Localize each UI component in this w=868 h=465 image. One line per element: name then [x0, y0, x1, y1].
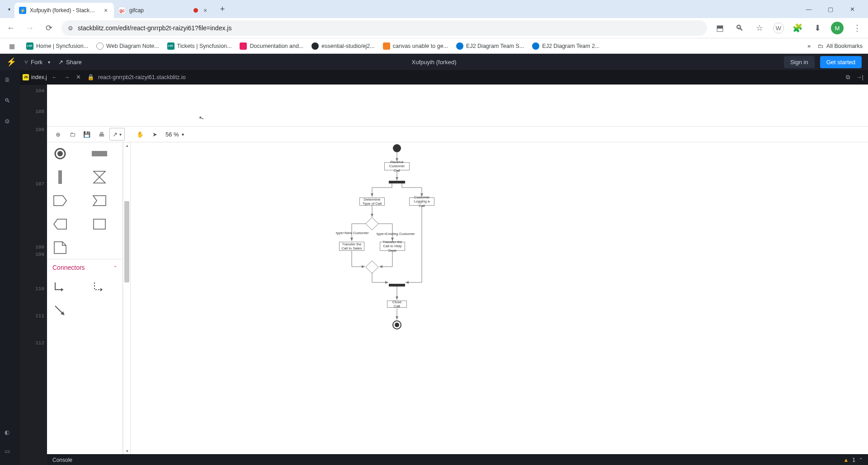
tab-search-dropdown[interactable]: ▾	[4, 7, 14, 12]
forward-button[interactable]: →	[24, 22, 36, 34]
preview-forward-button[interactable]: →	[64, 74, 70, 80]
bookmark-item[interactable]: canvas unable to ge...	[383, 42, 448, 50]
explorer-icon[interactable]: 🗎	[5, 76, 15, 87]
site-info-icon[interactable]: ⚙	[68, 25, 73, 32]
shape-send-signal[interactable]	[52, 194, 68, 207]
close-window-button[interactable]: ✕	[845, 2, 859, 16]
shape-note[interactable]	[52, 241, 68, 254]
fork-button[interactable]: ⑂Fork▾	[24, 59, 50, 66]
zoom-value: 56 %	[165, 131, 179, 138]
panel-icon[interactable]: ▭	[5, 448, 15, 459]
bookmark-item[interactable]: EJ2 Diagram Team 2...	[532, 42, 599, 50]
bookmark-label: Tickets | Syncfusion...	[177, 43, 232, 49]
export-button[interactable]: ↗▾	[109, 128, 125, 141]
collapse-panel-icon[interactable]: →|	[856, 74, 863, 80]
pan-tool-button[interactable]: ✋	[134, 128, 146, 141]
console-bar[interactable]: Console ▲ 1 ⌃	[47, 454, 868, 465]
install-app-icon[interactable]: ⬒	[713, 22, 726, 34]
browser-tab-inactive[interactable]: gc gifcap ×	[114, 3, 213, 18]
downloads-icon[interactable]: ⬇	[811, 22, 824, 34]
search-icon[interactable]: 🔍︎	[5, 97, 15, 108]
close-icon[interactable]: ×	[202, 7, 209, 14]
new-diagram-button[interactable]: ⊕	[52, 128, 64, 141]
stackblitz-logo-icon[interactable]: ⚡	[6, 57, 16, 67]
reload-button[interactable]: ⟳	[42, 22, 55, 34]
extensions-puzzle-icon[interactable]: 🧩	[791, 22, 804, 34]
zoom-dropdown[interactable]: 56 %▾	[165, 131, 184, 138]
shape-accept-event[interactable]	[52, 217, 68, 231]
stackblitz-header: ⚡ ⑂Fork▾ ↗Share Xufpuyih (forked) Sign i…	[0, 54, 868, 70]
bookmark-item[interactable]: Documentation and...	[240, 42, 303, 50]
node-determine-type[interactable]: Determine Type of Call	[359, 197, 385, 206]
connector-orthogonal[interactable]	[52, 280, 68, 294]
apps-grid-icon[interactable]: ▦	[5, 40, 18, 52]
theme-icon[interactable]: ◐	[5, 429, 15, 440]
scroll-down-arrow[interactable]: ▾	[123, 448, 131, 454]
diagram-canvas[interactable]: Receive Customer Call Determine Type of …	[131, 142, 868, 454]
node-transfer-sales[interactable]: Transfer the Call to Sales	[339, 242, 364, 251]
palette-scrollbar[interactable]: ▴ ▾	[123, 142, 130, 454]
node-close-call[interactable]: Close Call	[387, 301, 407, 308]
preview-url[interactable]: 🔒 react-gnrrpb2t-raizyi61.stackblitz.io	[87, 74, 840, 80]
connector-straight[interactable]	[52, 304, 68, 317]
pointer-tool-button[interactable]: ➤	[148, 128, 161, 141]
bookmark-label: EJ2 Diagram Team 2...	[542, 43, 599, 49]
bookmark-item[interactable]: Web Diagram Note...	[96, 42, 159, 50]
diagram-connectors	[131, 142, 868, 454]
node-receive-call[interactable]: Receive Customer Call	[384, 162, 410, 170]
url-input[interactable]: ⚙ stackblitz.com/edit/react-gnrrpb2t-rai…	[61, 20, 707, 36]
start-node[interactable]	[393, 144, 401, 152]
edge-label-new: type=New Customer	[336, 231, 369, 235]
save-button[interactable]: 💾	[80, 128, 93, 141]
settings-icon[interactable]: ⚙	[5, 118, 15, 129]
share-button[interactable]: ↗Share	[58, 59, 82, 66]
chrome-menu-icon[interactable]: ⋮	[851, 22, 863, 34]
zoom-icon[interactable]: 🔍︎	[733, 22, 746, 34]
canvas-scrollbar[interactable]	[861, 142, 868, 454]
preview-reload-button[interactable]: ✕	[76, 74, 81, 80]
signin-button[interactable]: Sign in	[784, 56, 815, 68]
node-customer-logging[interactable]: Customer Logging a Call	[409, 197, 434, 206]
chevron-down-icon: ▾	[48, 60, 50, 65]
bookmark-overflow-icon[interactable]: »	[807, 42, 811, 49]
get-started-button[interactable]: Get started	[820, 56, 862, 68]
open-new-window-icon[interactable]: ⧉	[846, 74, 850, 81]
shape-receive-signal[interactable]	[92, 194, 107, 207]
scrollbar-thumb[interactable]	[124, 201, 129, 282]
close-icon[interactable]: ×	[102, 7, 109, 14]
bookmark-star-icon[interactable]: ☆	[753, 22, 766, 34]
connector-orthogonal-dashed[interactable]	[92, 280, 107, 294]
open-button[interactable]: 🗀	[66, 128, 79, 141]
node-transfer-help[interactable]: Transfer the Call to Help Desk	[380, 242, 405, 251]
svg-rect-4	[94, 219, 105, 229]
browser-tab-strip: ▾ ⚡ Xufpuyih (forked) - StackBlitz × gc …	[0, 0, 868, 18]
editor-file-tab[interactable]: JS index.j	[20, 70, 47, 85]
bookmark-item[interactable]: HRTickets | Syncfusion...	[167, 42, 232, 50]
browser-tab-active[interactable]: ⚡ Xufpuyih (forked) - StackBlitz ×	[14, 3, 114, 18]
extension-w-icon[interactable]: W	[773, 23, 784, 33]
maximize-button[interactable]: ▢	[824, 2, 837, 16]
all-bookmarks-button[interactable]: 🗀All Bookmarks	[818, 43, 863, 49]
warning-icon: ▲	[843, 457, 849, 463]
profile-avatar[interactable]: M	[831, 22, 844, 34]
shape-bar-vert[interactable]	[52, 170, 68, 184]
chevron-up-icon[interactable]: ⌃	[859, 457, 863, 462]
shape-rectangle[interactable]	[92, 217, 107, 231]
ide-body: 🗎 🔍︎ ⚙ ◐ ▭ JS index.j 104 105 106 107 10…	[0, 70, 868, 465]
bookmark-item[interactable]: HRHome | Syncfusion...	[26, 42, 88, 50]
bookmark-label: Web Diagram Note...	[106, 43, 159, 49]
new-tab-button[interactable]: +	[216, 3, 229, 15]
shape-initial-node[interactable]	[52, 147, 68, 160]
minimize-button[interactable]: —	[802, 2, 816, 16]
bookmark-item[interactable]: essential-studio/ej2...	[311, 42, 374, 50]
preview-back-button[interactable]: ←	[52, 74, 57, 80]
line-number: 112	[23, 340, 44, 349]
scroll-up-arrow[interactable]: ▴	[123, 142, 131, 149]
bookmark-item[interactable]: EJ2 Diagram Team S...	[456, 42, 524, 50]
shape-action[interactable]	[92, 147, 107, 160]
shape-hourglass[interactable]	[92, 170, 107, 184]
back-button[interactable]: ←	[5, 22, 17, 34]
print-button[interactable]: 🖶	[95, 128, 108, 141]
palette-section-connectors[interactable]: Connectors ⌃	[47, 259, 123, 276]
end-node[interactable]	[392, 320, 401, 329]
